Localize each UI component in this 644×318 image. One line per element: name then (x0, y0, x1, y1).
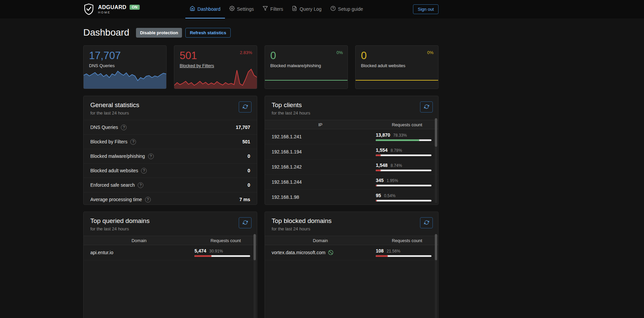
request-count: 345 (376, 178, 383, 183)
disable-protection-button[interactable]: Disable protection (136, 28, 182, 38)
row-value: 0 (247, 168, 250, 173)
column-header-requests: Requests count (376, 238, 438, 243)
refresh-top-blocked-button[interactable] (420, 217, 433, 228)
panel-title: General statistics (90, 101, 250, 109)
panel-title: Top queried domains (90, 217, 250, 225)
progress-bar (376, 255, 431, 257)
nav-item-label: Query Log (300, 6, 321, 12)
stat-percent: 0% (427, 50, 433, 55)
progress-bar (194, 255, 250, 257)
help-icon[interactable]: ? (148, 153, 154, 159)
row-value: 17,707 (236, 125, 250, 130)
request-percent: 30.91% (209, 249, 223, 254)
request-count: 95 (376, 193, 381, 198)
progress-bar (376, 139, 431, 141)
help-icon[interactable]: ? (141, 168, 147, 174)
panel-subtitle: for the last 24 hours (272, 226, 431, 231)
sign-out-button[interactable]: Sign out (413, 4, 439, 14)
table-header: IP Requests count (265, 120, 438, 129)
column-header-requests: Requests count (194, 238, 257, 243)
table-row: Blocked malware/phishing? 0 (84, 149, 257, 163)
protection-on-badge: ON (130, 5, 140, 10)
unblock-domain-icon[interactable] (328, 250, 333, 255)
stat-value: 0 (270, 50, 342, 61)
help-icon[interactable]: ? (121, 125, 127, 130)
client-ip[interactable]: 192.168.1.194 (272, 149, 302, 154)
table-row: api.entur.io 5,47430.91% (84, 245, 257, 260)
panel-title: Top clients (272, 101, 431, 109)
client-ip[interactable]: 192.168.1.241 (272, 134, 302, 139)
row-value: 0 (247, 153, 250, 159)
request-count: 5,474 (194, 248, 206, 254)
table-row: 192.168.1.242 1,5488.74% (265, 160, 438, 175)
general-statistics-panel: General statistics for the last 24 hours… (83, 96, 257, 205)
stat-card-blocked-malware: 0% 0 Blocked malware/phishing (265, 45, 348, 89)
request-count: 1,554 (376, 147, 387, 153)
column-header-ip: IP (265, 122, 376, 127)
blocked-by-filters-sparkline (174, 65, 257, 89)
refresh-general-statistics-button[interactable] (239, 101, 251, 112)
refresh-icon (243, 104, 248, 110)
stat-cards-row: 17,707 DNS Queries 2.83% 501 Blocked by … (83, 45, 439, 89)
refresh-top-clients-button[interactable] (420, 101, 433, 112)
client-ip[interactable]: 192.168.1.98 (272, 194, 299, 200)
brand-title: ADGUARD (98, 5, 127, 10)
adguard-logo-icon (83, 3, 94, 15)
table-row: vortex.data.microsoft.com 10821.56% (265, 245, 438, 260)
table-header: Domain Requests count (265, 236, 438, 245)
request-count: 108 (376, 248, 383, 254)
domain-name[interactable]: api.entur.io (90, 250, 113, 255)
domain-name[interactable]: vortex.data.microsoft.com (272, 250, 325, 255)
column-header-domain: Domain (265, 238, 376, 243)
refresh-top-queried-button[interactable] (239, 217, 251, 228)
dns-queries-sparkline (84, 65, 166, 89)
nav-item-label: Filters (270, 6, 283, 12)
setup-guide-icon (330, 6, 336, 12)
request-percent: 0.54% (384, 193, 396, 198)
nav-item-filters[interactable]: Filters (258, 0, 287, 18)
scrollbar-thumb[interactable] (254, 234, 256, 260)
brand-subtitle: HOME (98, 11, 140, 14)
help-icon[interactable]: ? (138, 182, 143, 188)
refresh-icon (424, 220, 429, 226)
table-row: 192.168.1.241 13,87078.33% (265, 129, 438, 144)
nav-item-query-log[interactable]: Query Log (287, 0, 326, 18)
row-label: Blocked adult websites (90, 168, 138, 173)
top-queried-table: Domain Requests count api.entur.io 5,474… (84, 236, 257, 260)
scrollbar-thumb[interactable] (435, 234, 437, 260)
stat-percent: 0% (336, 50, 343, 55)
general-statistics-table: DNS Queries? 17,707 Blocked by Filters? … (84, 120, 257, 205)
progress-bar (376, 170, 431, 171)
scrollbar-thumb[interactable] (435, 118, 437, 147)
client-ip[interactable]: 192.168.1.242 (272, 164, 302, 170)
row-label: Enforced safe search (90, 182, 135, 188)
row-label: Blocked by Filters (90, 139, 127, 144)
dashboard-icon (190, 6, 195, 12)
scrollbar (435, 234, 437, 318)
row-value: 7 ms (239, 197, 250, 202)
client-ip[interactable]: 192.168.1.244 (272, 179, 302, 185)
nav-item-dashboard[interactable]: Dashboard (185, 0, 225, 18)
help-icon[interactable]: ? (145, 197, 151, 202)
blocked-adult-sparkline (356, 65, 438, 89)
adguard-home-brand[interactable]: ADGUARD ON HOME (83, 0, 140, 18)
panel-subtitle: for the last 24 hours (90, 110, 250, 116)
nav-item-setup-guide[interactable]: Setup guide (326, 0, 368, 18)
panel-title: Top blocked domains (272, 217, 431, 225)
request-percent: 8.78% (390, 148, 402, 153)
nav-item-label: Settings (237, 6, 254, 12)
refresh-icon (424, 104, 429, 110)
nav-item-label: Setup guide (338, 6, 363, 12)
panel-subtitle: for the last 24 hours (272, 110, 431, 116)
filters-icon (263, 6, 268, 12)
nav-item-settings[interactable]: Settings (225, 0, 259, 18)
row-label: Average processing time (90, 197, 142, 202)
refresh-statistics-button[interactable]: Refresh statistics (185, 28, 230, 38)
stat-value: 0 (361, 50, 433, 61)
stat-card-blocked-by-filters: 2.83% 501 Blocked by Filters (174, 45, 257, 89)
blocked-by-filters-link[interactable]: Blocked by Filters (180, 63, 214, 68)
stat-label: Blocked malware/phishing (270, 63, 342, 68)
stat-value: 17,707 (89, 50, 161, 61)
help-icon[interactable]: ? (130, 139, 136, 145)
refresh-icon (243, 220, 248, 226)
